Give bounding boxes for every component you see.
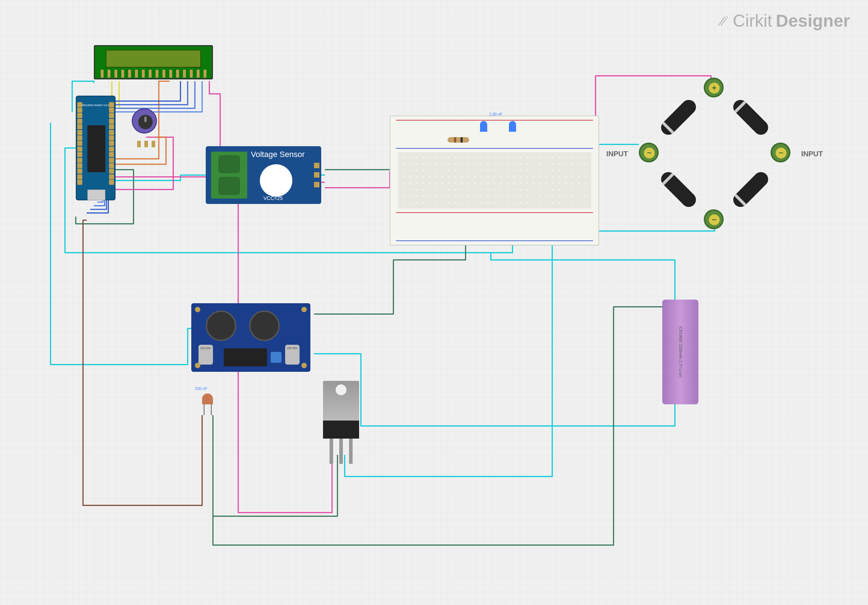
led-blue-1[interactable] (480, 121, 487, 132)
diode-2 (730, 97, 771, 138)
logo-icon: ⫽ (715, 12, 729, 29)
potentiometer[interactable] (132, 108, 161, 141)
watermark: ⫽ Cirkit Designer (715, 11, 850, 31)
battery-18650[interactable]: ICR18650 2200mAh 3.7V Li-ion (662, 299, 698, 404)
lcd-16x2[interactable] (94, 45, 213, 79)
bridge-rectifier[interactable]: + ~ ~ − INPUT INPUT (639, 78, 790, 229)
lcd-screen (106, 50, 201, 68)
bb-power-rail-bot-pos (396, 212, 593, 227)
cap-1nf-label: 1.00 nF (489, 112, 502, 116)
arduino-pins-left (77, 102, 82, 185)
buck-converter[interactable]: 220 25V 220 25V (191, 303, 310, 372)
bridge-input-left-label: INPUT (606, 150, 628, 158)
bb-power-rail-bot-neg (396, 227, 593, 241)
resistor[interactable] (448, 137, 469, 143)
pot-knob[interactable] (138, 115, 153, 129)
cap-leads (200, 404, 215, 415)
bridge-minus-icon: − (709, 214, 720, 225)
bridge-node-ac-right: ~ (770, 143, 790, 163)
vsensor-pins (314, 161, 319, 189)
arduino-nano[interactable]: ARDUINO NANO V3.0 (76, 96, 115, 200)
buck-pin-in-pos (195, 307, 200, 312)
bb-power-rail-top-neg (396, 134, 593, 149)
diode-4 (730, 169, 771, 210)
arduino-usb-port (87, 189, 105, 200)
diode-1 (658, 97, 699, 138)
capacitor-100nf[interactable] (200, 394, 215, 415)
bridge-ac-icon-right: ~ (776, 147, 786, 158)
brand-suffix: Designer (776, 11, 850, 31)
cap-body (202, 394, 213, 404)
buck-pin-out-neg (301, 363, 307, 368)
brand-prefix: Cirkit (733, 11, 772, 31)
buck-pin-in-neg (195, 363, 200, 368)
vsensor-dial (260, 164, 292, 197)
bb-power-rail-top-pos (396, 120, 593, 134)
bridge-node-pos: + (704, 78, 724, 98)
breadboard[interactable] (390, 115, 599, 245)
buck-pin-out-pos (301, 307, 307, 312)
vsensor-title: Voltage Sensor (251, 150, 305, 159)
bb-tie-points (398, 152, 591, 209)
arduino-mcu-chip (87, 125, 105, 172)
to220-epoxy-body (323, 420, 359, 439)
bridge-plus-icon: + (709, 83, 720, 93)
buck-cap-in: 220 25V (198, 345, 213, 365)
mosfet-to220[interactable] (323, 381, 359, 453)
buck-cap-out: 220 25V (285, 345, 299, 365)
to220-mount-hole (336, 385, 346, 395)
battery-label: ICR18650 2200mAh 3.7V Li-ion (679, 326, 682, 377)
to220-heatsink-tab (323, 381, 359, 420)
buck-trimpot[interactable] (271, 352, 282, 363)
to220-pins (323, 439, 359, 464)
pot-pins (135, 141, 157, 147)
arduino-pins-right (109, 102, 114, 185)
bridge-node-ac-left: ~ (639, 143, 659, 163)
buck-inductor-2 (249, 310, 280, 341)
diode-3 (658, 169, 699, 210)
design-canvas[interactable]: ⫽ Cirkit Designer (0, 0, 868, 605)
pot-body (132, 108, 157, 133)
arduino-label: ARDUINO NANO V3.0 (80, 104, 109, 107)
bridge-ac-icon-left: ~ (644, 147, 655, 158)
vsensor-screw-terminal (211, 152, 247, 199)
lcd-pin-row (99, 70, 208, 78)
buck-inductor-1 (206, 310, 236, 341)
vsensor-sub: VCC<25 (264, 195, 283, 201)
bridge-input-right-label: INPUT (801, 150, 823, 158)
cap-100nf-label: 100 nF (195, 386, 207, 391)
bridge-node-neg: − (704, 209, 724, 229)
buck-ic (224, 348, 267, 366)
led-blue-2[interactable] (509, 121, 516, 132)
voltage-sensor[interactable]: Voltage Sensor VCC<25 (206, 146, 321, 204)
